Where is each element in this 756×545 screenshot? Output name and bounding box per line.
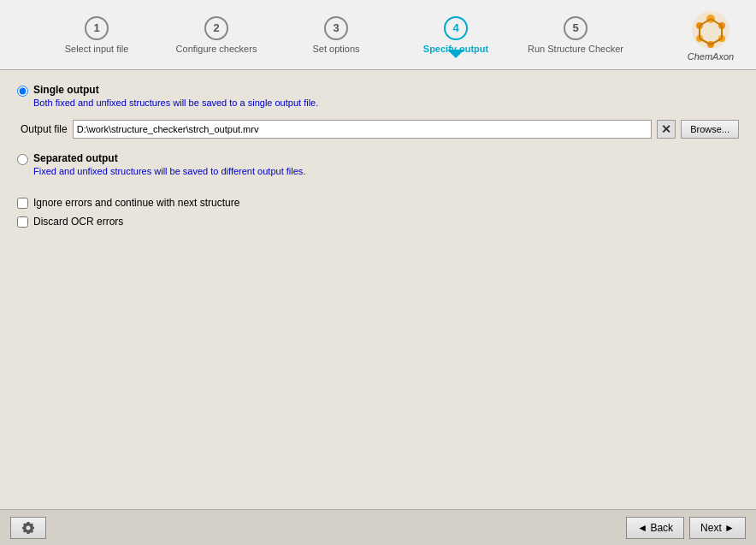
footer-left [10,517,46,539]
discard-ocr-row: Discard OCR errors [17,216,739,228]
single-output-text: Single output Both fixed and unfixed str… [33,84,318,108]
separated-output-desc: Fixed and unfixed structures will be sav… [33,166,305,176]
logo-text: ChemAxon [688,51,734,62]
chemaxon-logo [689,9,732,51]
step-arrow [447,50,464,58]
settings-button[interactable] [10,517,46,539]
separated-output-title: Separated output [33,152,305,164]
separated-output-radio[interactable] [17,154,28,165]
output-file-label: Output file [21,123,68,135]
footer: ◄ Back Next ► [0,509,756,545]
separated-output-section: Separated output Fixed and unfixed struc… [17,152,739,176]
step-5-circle: 5 [564,16,588,40]
step-3[interactable]: 3 Set options [276,13,396,57]
step-1-circle: 1 [85,16,109,40]
back-button[interactable]: ◄ Back [626,517,684,539]
step-5-label: Run Structure Checker [528,44,623,54]
next-button[interactable]: Next ► [689,517,746,539]
output-file-input[interactable] [73,120,652,139]
step-3-circle: 3 [324,16,348,40]
ignore-errors-label: Ignore errors and continue with next str… [33,197,239,209]
clear-button[interactable]: ✕ [657,120,676,139]
step-1[interactable]: 1 Select input file [37,13,157,57]
single-output-section: Single output Both fixed and unfixed str… [17,84,739,108]
main-content: Single output Both fixed and unfixed str… [0,70,756,509]
discard-ocr-label: Discard OCR errors [33,216,123,228]
single-output-title: Single output [33,84,318,96]
step-2-circle: 2 [204,16,228,40]
wizard-header: 1 Select input file 2 Configure checkers… [0,0,756,70]
wizard-steps: 1 Select input file 2 Configure checkers… [0,13,672,57]
step-2-label: Configure checkers [176,44,257,54]
ignore-errors-checkbox[interactable] [17,198,28,209]
step-3-label: Set options [312,44,359,54]
checkboxes-area: Ignore errors and continue with next str… [17,197,739,228]
step-4-circle: 4 [444,16,468,40]
logo-area: ChemAxon [672,9,749,62]
step-1-label: Select input file [65,44,129,54]
single-output-radio-row: Single output Both fixed and unfixed str… [17,84,739,108]
output-file-row: Output file ✕ Browse... [21,120,739,139]
ignore-errors-row: Ignore errors and continue with next str… [17,197,739,209]
gear-icon [21,521,35,535]
separated-output-radio-row: Separated output Fixed and unfixed struc… [17,152,739,176]
step-4[interactable]: 4 Specify output [396,13,516,57]
single-output-radio[interactable] [17,86,28,97]
footer-right: ◄ Back Next ► [626,517,746,539]
step-5[interactable]: 5 Run Structure Checker [516,13,635,57]
single-output-desc: Both fixed and unfixed structures will b… [33,98,318,108]
step-2[interactable]: 2 Configure checkers [157,13,276,57]
discard-ocr-checkbox[interactable] [17,216,28,228]
browse-button[interactable]: Browse... [681,120,739,139]
separated-output-text: Separated output Fixed and unfixed struc… [33,152,305,176]
